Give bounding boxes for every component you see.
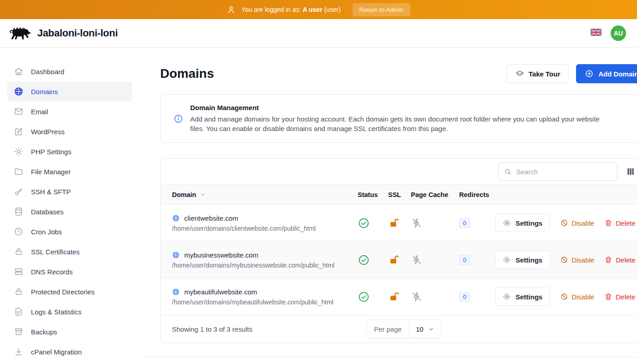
user-avatar[interactable]: AU [611,25,626,41]
settings-button[interactable]: Settings [495,288,550,306]
status-active-check-icon [358,291,370,303]
app-header: Jabaloni-loni-loni AU [0,19,637,48]
sidebar-item-domains[interactable]: Domains [7,81,132,101]
table-row: clientwebsite.com /home/user/domains/cli… [161,205,637,242]
delete-button[interactable]: Delete [604,293,635,301]
sidebar-item-logs-statistics[interactable]: Logs & Statistics [7,302,132,322]
column-header-domain[interactable]: Domain [161,191,358,198]
ban-icon [560,256,568,264]
settings-button[interactable]: Settings [495,251,550,269]
globe-icon [172,214,180,222]
ssl-unlocked-icon[interactable] [388,217,400,229]
return-to-admin-button[interactable]: Return to Admin [353,3,410,16]
ssl-unlocked-icon[interactable] [388,291,400,303]
sidebar-item-label: Protected Directories [31,288,95,296]
sidebar-item-label: cPanel Migration [31,348,82,356]
disable-button[interactable]: Disable [560,256,594,264]
status-active-check-icon [358,254,370,266]
edit-icon [14,126,24,136]
delete-button[interactable]: Delete [604,256,635,264]
sidebar-item-backups[interactable]: Backups [7,322,132,342]
search-icon [504,167,512,176]
sidebar-item-label: Logs & Statistics [31,308,81,316]
page-cache-off-icon[interactable] [411,217,423,229]
language-flag-uk-icon[interactable] [591,29,602,38]
table-header: Domain Status SSL Page Cache Redirects [161,184,637,205]
delete-button[interactable]: Delete [604,219,635,227]
banner-message: You are logged in as: A user (user) [241,6,340,13]
home-icon [14,66,24,76]
column-header-page-cache: Page Cache [411,191,459,198]
sidebar-item-databases[interactable]: Databases [7,202,132,222]
sidebar-item-cpanel-migration[interactable]: cPanel Migration [7,342,132,362]
sidebar-item-label: File Manager [31,168,71,176]
page-title: Domains [160,66,214,81]
chevron-down-icon [428,326,435,332]
sidebar-item-file-manager[interactable]: File Manager [7,162,132,182]
document-root-path: /home/user/domains/mybeautifulwebsite.co… [172,298,358,306]
sidebar-item-email[interactable]: Email [7,101,132,121]
ban-icon [560,293,568,301]
sidebar-item-label: Dashboard [31,68,64,76]
domain-name: mybeautifulwebsite.com [184,288,257,296]
brand-logo[interactable]: Jabaloni-loni-loni [8,23,118,43]
sidebar-item-php-settings[interactable]: PHP Settings [7,142,132,162]
sidebar-item-cron-jobs[interactable]: Cron Jobs [7,222,132,242]
trash-icon [604,219,612,227]
sidebar-item-label: Cron Jobs [31,228,62,236]
take-tour-label: Take Tour [529,70,560,78]
database-icon [14,207,24,217]
mail-icon [14,106,24,116]
take-tour-button[interactable]: Take Tour [506,64,569,83]
lock-icon [14,247,24,257]
add-domain-button[interactable]: Add Domain [576,64,637,83]
brand-name: Jabaloni-loni-loni [37,27,118,39]
info-card-description: Add and manage domains for your hosting … [190,114,613,133]
disable-button[interactable]: Disable [560,293,594,301]
columns-icon [626,167,636,177]
settings-button[interactable]: Settings [495,214,550,232]
table-row: mybusinesswebsite.com /home/user/domains… [161,242,637,278]
sidebar-item-wordpress[interactable]: WordPress [7,121,132,142]
sidebar-item-ssl-certificates[interactable]: SSL Certificates [7,242,132,262]
sidebar: Dashboard Domains Email WordPress PHP Se… [0,48,146,364]
clock-icon [14,227,24,237]
user-icon [227,5,236,14]
globe-icon [172,251,180,259]
column-header-status: Status [358,191,388,198]
per-page-selector[interactable]: Per page 10 [366,319,441,339]
document-root-path: /home/user/domains/clientwebsite.com/pub… [172,225,358,232]
sort-chevron-down-icon [200,192,206,197]
info-card-title: Domain Management [190,104,613,111]
graduation-cap-icon [515,69,524,78]
sidebar-item-protected-directories[interactable]: Protected Directories [7,282,132,302]
column-header-ssl: SSL [388,191,411,198]
gear-icon [14,147,24,157]
lock-icon [14,287,24,297]
folder-icon [14,167,24,177]
sidebar-item-label: Databases [31,208,64,216]
section-divider [146,357,637,357]
sidebar-item-label: Backups [31,328,57,336]
page-cache-off-icon[interactable] [411,291,423,303]
boar-logo-icon [8,23,32,43]
page-cache-off-icon[interactable] [411,254,423,266]
domain-name: clientwebsite.com [184,214,238,222]
sidebar-item-dashboard[interactable]: Dashboard [7,61,132,81]
column-settings-button[interactable] [626,167,636,177]
redirects-count-badge: 0 [459,292,470,302]
search-input[interactable] [516,168,611,176]
globe-icon [14,86,24,96]
archive-icon [14,327,24,337]
trash-icon [604,256,612,264]
domain-name: mybusinesswebsite.com [184,251,258,259]
sidebar-item-label: PHP Settings [31,148,71,156]
ssl-unlocked-icon[interactable] [388,254,400,266]
gear-icon [503,256,511,264]
sidebar-item-label: Domains [31,88,58,96]
disable-button[interactable]: Disable [560,219,594,227]
sidebar-item-dns-records[interactable]: DNS Records [7,262,132,282]
sidebar-item-ssh-sftp[interactable]: SSH & SFTP [7,182,132,202]
download-icon [14,347,24,357]
per-page-value: 10 [416,325,424,333]
